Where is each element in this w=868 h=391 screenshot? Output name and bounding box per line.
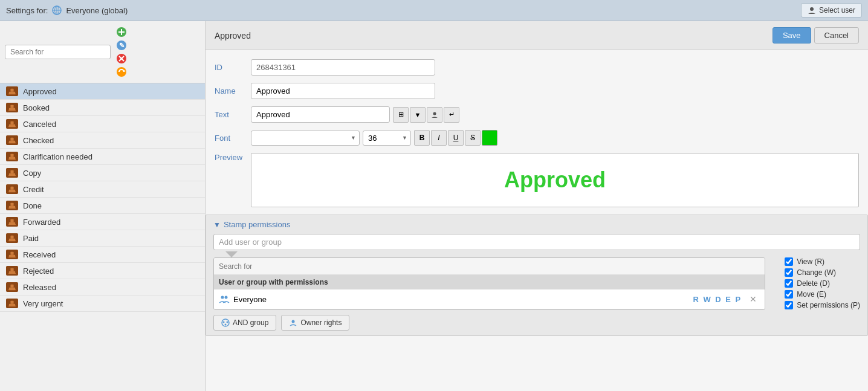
chevron-down-icon: ▼ <box>213 221 221 229</box>
everyone-label: Everyone <box>233 295 267 304</box>
owner-rights-button[interactable]: Owner rights <box>281 315 349 331</box>
change-label: Change (W) <box>797 268 836 277</box>
sidebar-item-label: Clarification needed <box>23 152 92 161</box>
svg-point-64 <box>292 320 295 323</box>
sidebar-item[interactable]: Copy <box>0 165 205 181</box>
font-size-input[interactable] <box>363 131 411 146</box>
bold-button[interactable]: B <box>414 130 430 146</box>
refresh-icon[interactable] <box>115 66 128 78</box>
stamp-permissions-label: Stamp permissions <box>224 220 291 229</box>
sidebar-item[interactable]: Received <box>0 247 205 263</box>
svg-point-62 <box>227 322 228 323</box>
stamp-icon <box>6 250 18 259</box>
sidebar-list: Approved Booked <box>0 83 205 391</box>
sidebar-toolbar: ✎ <box>115 26 128 78</box>
name-input[interactable] <box>251 83 435 99</box>
color-swatch[interactable] <box>482 130 497 146</box>
save-button[interactable]: Save <box>772 27 811 44</box>
enter-tool-button[interactable]: ↵ <box>444 107 459 123</box>
sidebar-item[interactable]: Paid <box>0 230 205 247</box>
sidebar-item[interactable]: Forwarded <box>0 214 205 230</box>
sidebar-item-label: Approved <box>23 87 57 96</box>
settings-title: Settings for: Everyone (global) <box>6 5 128 15</box>
stamp-icon <box>6 201 18 210</box>
top-bar: Settings for: Everyone (global) Select u… <box>0 0 868 21</box>
move-checkbox[interactable] <box>785 290 793 299</box>
view-checkbox[interactable] <box>785 257 793 266</box>
change-checkbox[interactable] <box>785 268 793 277</box>
sidebar-search-input[interactable] <box>5 45 111 59</box>
dropdown-left: User or group with permissions <box>213 257 765 331</box>
sidebar-item-label: Done <box>23 201 42 210</box>
perm-right: R W D E P ✕ <box>693 293 760 305</box>
stamp-icon <box>6 103 18 112</box>
edit-icon[interactable]: ✎ <box>115 39 128 51</box>
sidebar-search-area: ✎ <box>0 21 205 83</box>
dropdown-item[interactable]: Everyone R W D E P ✕ <box>214 289 765 309</box>
font-row: Font B I U S <box>215 130 859 146</box>
id-label: ID <box>215 63 251 72</box>
sidebar-item[interactable]: Credit <box>0 181 205 198</box>
dropdown-search-input[interactable] <box>219 262 760 271</box>
italic-button[interactable]: I <box>431 130 447 146</box>
dropdown-tool-button[interactable]: ▼ <box>410 107 426 123</box>
sidebar-item[interactable]: Canceled <box>0 116 205 132</box>
svg-point-63 <box>225 324 227 326</box>
sidebar: ✎ <box>0 21 206 391</box>
sidebar-item[interactable]: Clarification needed <box>0 149 205 165</box>
svg-text:✎: ✎ <box>119 42 125 49</box>
checkbox-move: Move (E) <box>785 290 860 299</box>
remove-everyone-button[interactable]: ✕ <box>747 293 760 305</box>
svg-rect-16 <box>10 89 13 92</box>
preview-label: Preview <box>215 153 251 162</box>
preview-text: Approved <box>504 167 606 193</box>
cancel-button[interactable]: Cancel <box>814 27 859 44</box>
strikethrough-button[interactable]: S <box>465 130 481 146</box>
svg-rect-20 <box>8 109 16 111</box>
add-icon[interactable] <box>115 26 128 38</box>
delete-label: Delete (D) <box>797 279 830 288</box>
dropdown-header: User or group with permissions <box>214 275 765 289</box>
svg-point-58 <box>221 296 224 299</box>
svg-point-61 <box>223 322 225 323</box>
text-input[interactable] <box>251 106 390 123</box>
sidebar-item[interactable]: Released <box>0 279 205 296</box>
permissions-section: ▼ Stamp permissions Add user or group <box>206 215 868 336</box>
and-group-button[interactable]: AND group <box>213 315 276 331</box>
set-permissions-checkbox[interactable] <box>785 301 793 309</box>
sidebar-item[interactable]: Checked <box>0 132 205 149</box>
set-permissions-label: Set permissions (P) <box>797 301 860 309</box>
svg-rect-46 <box>10 252 13 255</box>
select-user-button[interactable]: Select user <box>801 3 862 18</box>
id-row: ID <box>215 59 859 76</box>
svg-rect-19 <box>10 105 13 108</box>
underline-button[interactable]: U <box>448 130 464 146</box>
name-label: Name <box>215 86 251 95</box>
sidebar-item[interactable]: Approved <box>0 83 205 100</box>
svg-rect-23 <box>8 126 16 127</box>
sidebar-item[interactable]: Booked <box>0 100 205 116</box>
user-tool-button[interactable] <box>427 107 442 123</box>
sidebar-item[interactable]: Very urgent <box>0 296 205 312</box>
text-row: Text ⊞ ▼ ↵ <box>215 106 859 123</box>
sidebar-item-label: Paid <box>23 234 39 243</box>
svg-rect-55 <box>10 301 13 304</box>
add-user-input-display[interactable]: Add user or group <box>213 234 860 250</box>
grid-tool-button[interactable]: ⊞ <box>393 107 409 123</box>
permissions-toggle[interactable]: ▼ Stamp permissions <box>213 220 860 229</box>
sidebar-item[interactable]: Rejected <box>0 263 205 279</box>
svg-rect-35 <box>8 191 16 192</box>
sidebar-item[interactable]: Done <box>0 198 205 214</box>
delete-icon[interactable] <box>115 53 128 65</box>
sidebar-item-label: Very urgent <box>23 299 63 308</box>
delete-checkbox[interactable] <box>785 279 793 288</box>
stamp-icon <box>6 217 18 227</box>
dropdown-and-checkboxes: User or group with permissions <box>213 257 860 331</box>
sidebar-item-label: Rejected <box>23 267 54 276</box>
content-title: Approved <box>215 31 251 40</box>
font-format-buttons: B I U S <box>414 130 497 146</box>
font-select[interactable] <box>251 131 360 146</box>
text-toolbar: ⊞ ▼ ↵ <box>393 107 459 123</box>
id-input[interactable] <box>251 59 435 76</box>
content-header: Approved Save Cancel <box>206 21 868 50</box>
